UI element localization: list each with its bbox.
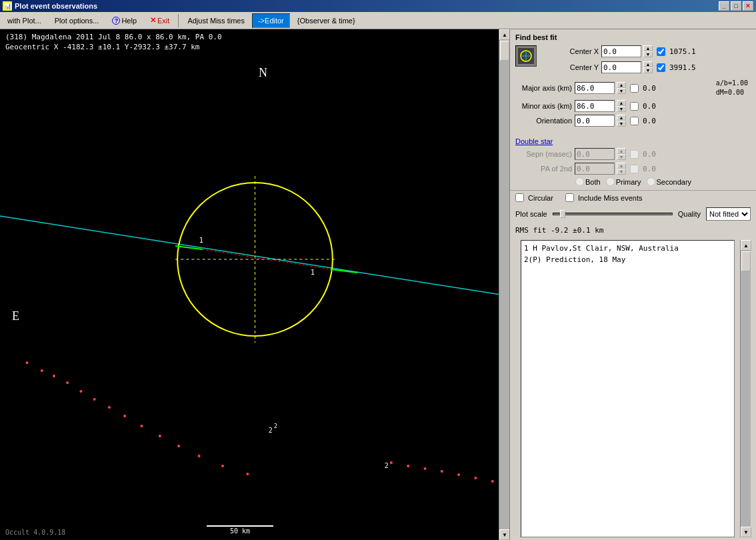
center-x-input[interactable] (601, 45, 641, 57)
rms-label: RMS fit -9.2 ±0.1 km (515, 226, 751, 235)
sepn-up: ▲ (617, 148, 626, 154)
scroll-thumb[interactable] (500, 41, 509, 61)
plot-scale-slider[interactable] (553, 213, 673, 215)
plot-scrollbar[interactable]: ▲ ▼ (499, 29, 509, 540)
svg-point-11 (53, 375, 55, 377)
svg-point-30 (491, 480, 494, 483)
circular-label: Circular (528, 194, 553, 202)
list-scroll-thumb[interactable] (741, 251, 751, 271)
orientation-checkbox[interactable] (630, 117, 639, 125)
minor-axis-value: 0.0 (643, 102, 676, 111)
menu-editor[interactable]: ->Editor (252, 13, 290, 28)
orientation-spinner: ▲ ▼ (617, 115, 626, 127)
maximize-button[interactable]: □ (731, 1, 741, 11)
title-bar-controls: _ □ ✕ (719, 1, 753, 11)
menu-with-plot[interactable]: with Plot... (1, 13, 47, 28)
minor-axis-up[interactable]: ▲ (617, 100, 626, 106)
menu-observer-time[interactable]: {Observer & time} (291, 13, 361, 28)
list-scroll-down[interactable]: ▼ (741, 527, 751, 537)
minor-axis-checkbox[interactable] (630, 102, 639, 111)
major-axis-value: 0.0 (643, 84, 676, 93)
scale-line (207, 525, 273, 527)
major-axis-down[interactable]: ▼ (617, 88, 626, 94)
center-x-up[interactable]: ▲ (643, 45, 653, 51)
center-y-up[interactable]: ▲ (643, 61, 653, 67)
scroll-down-button[interactable]: ▼ (499, 529, 509, 540)
pa2nd-down: ▼ (617, 169, 626, 175)
center-y-value: 3991.5 (669, 63, 703, 72)
major-axis-label: Major axis (km) (515, 84, 572, 92)
double-star-section: Double star Sepn (masec) ▲ ▼ 0.0 PA of 2… (510, 133, 756, 191)
radio-secondary[interactable]: Secondary (647, 177, 692, 186)
menu-adjust-miss[interactable]: Adjust Miss times (181, 13, 251, 28)
center-x-down[interactable]: ▼ (643, 51, 653, 57)
pa2nd-value: 0.0 (643, 165, 676, 173)
svg-point-12 (66, 381, 69, 384)
plot-scale-label: Plot scale (515, 210, 547, 218)
center-y-row: Center Y ▲ ▼ 3991.5 (542, 61, 751, 73)
plot-scale-quality-row: Plot scale Quality Not fitted Good Poor (510, 205, 756, 223)
minor-axis-label: Minor axis (km) (515, 102, 572, 110)
plot-area: (318) Magdalena 2011 Jul 8 86.0 x 86.0 k… (0, 29, 509, 540)
ab-ratio: a/b=1.00 dM=0.00 (716, 79, 748, 97)
sepn-value: 0.0 (643, 150, 676, 159)
center-y-spinner: ▲ ▼ (643, 61, 653, 73)
svg-point-15 (108, 406, 111, 409)
list-item: 2(P) Prediction, 18 May (524, 255, 731, 266)
radio-both-input[interactable] (575, 177, 584, 186)
menu-help[interactable]: ? Help (106, 13, 143, 28)
radio-secondary-input[interactable] (647, 177, 655, 186)
center-x-row: Center X ▲ ▼ 1075.1 (542, 45, 751, 57)
svg-text:2: 2 (274, 423, 277, 429)
menu-exit[interactable]: ✕ Exit (144, 13, 175, 28)
minor-axis-down[interactable]: ▼ (617, 106, 626, 112)
sepn-label: Sepn (masec) (515, 150, 572, 158)
menu-plot-options[interactable]: Plot options... (49, 13, 105, 28)
sepn-down: ▼ (617, 154, 626, 160)
center-x-checkbox[interactable] (657, 47, 665, 56)
major-axis-checkbox[interactable] (630, 84, 639, 93)
help-icon: ? (112, 17, 120, 25)
svg-point-21 (221, 465, 224, 467)
minimize-button[interactable]: _ (719, 1, 729, 11)
menu-bar: with Plot... Plot options... ? Help ✕ Ex… (0, 12, 756, 29)
title-bar-text: Plot event observations (15, 2, 97, 10)
minor-axis-input[interactable] (575, 100, 615, 112)
major-axis-up[interactable]: ▲ (617, 82, 626, 88)
list-scroll-track (741, 251, 751, 527)
radio-primary-input[interactable] (606, 177, 615, 186)
right-panel-inner: Find best fit Center X (510, 29, 756, 540)
svg-point-26 (423, 467, 426, 470)
orientation-down[interactable]: ▼ (617, 121, 626, 127)
center-y-label: Center Y (542, 63, 599, 71)
center-fields: Center X ▲ ▼ 1075.1 Center Y (542, 45, 751, 76)
major-axis-input[interactable] (575, 82, 615, 94)
quality-select[interactable]: Not fitted Good Poor (706, 207, 751, 221)
center-y-checkbox[interactable] (657, 63, 665, 72)
text-list-container: 1 H Pavlov,St Clair, NSW, Australia 2(P)… (515, 240, 751, 537)
minor-axis-row: Minor axis (km) ▲ ▼ 0.0 (515, 100, 751, 112)
include-miss-checkbox[interactable] (565, 193, 574, 202)
list-scroll-up[interactable]: ▲ (741, 240, 751, 251)
find-best-fit-section: Find best fit Center X (510, 29, 756, 133)
center-y-down[interactable]: ▼ (643, 67, 653, 73)
find-best-fit-title: Find best fit (515, 33, 751, 41)
svg-point-29 (474, 477, 477, 479)
close-button[interactable]: ✕ (743, 1, 753, 11)
orientation-up[interactable]: ▲ (617, 115, 626, 121)
svg-point-22 (246, 473, 249, 475)
list-scrollbar[interactable]: ▲ ▼ (740, 240, 751, 537)
circular-checkbox[interactable] (515, 193, 524, 202)
observer-list: 1 H Pavlov,St Clair, NSW, Australia 2(P)… (521, 240, 735, 537)
radio-both[interactable]: Both (575, 177, 601, 186)
title-bar: 📊 Plot event observations _ □ ✕ (0, 0, 756, 12)
center-y-input[interactable] (601, 61, 641, 73)
scroll-up-button[interactable]: ▲ (499, 29, 509, 40)
quality-label: Quality (678, 210, 701, 218)
orientation-label: Orientation (515, 117, 572, 125)
double-star-link[interactable]: Double star (515, 137, 553, 145)
radio-primary[interactable]: Primary (606, 177, 641, 186)
pa2nd-checkbox (630, 165, 639, 173)
pa2nd-up: ▲ (617, 163, 626, 169)
orientation-input[interactable] (575, 115, 615, 127)
